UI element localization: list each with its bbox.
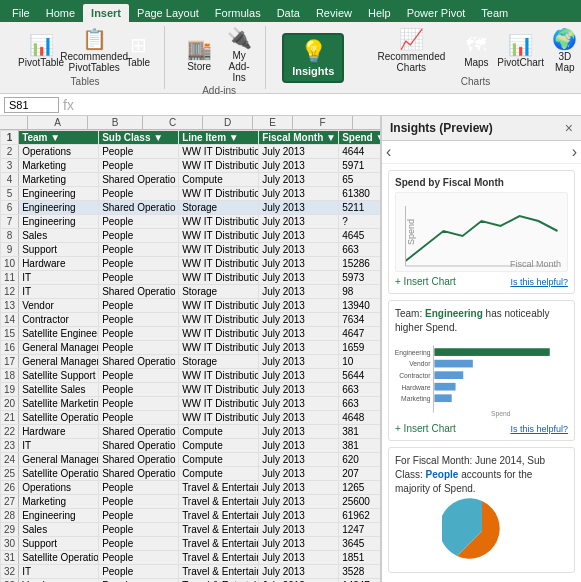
cell-line[interactable]: WW IT Distributions [179,299,259,313]
cell-sub[interactable]: Shared Operatio [99,425,179,439]
cell-spend[interactable]: 3528 [339,565,381,579]
cell-month[interactable]: July 2013 [259,453,339,467]
recommended-charts-button[interactable]: 📈 Recommended Charts [368,27,454,75]
table-row[interactable]: 23 IT Shared Operatio Compute July 2013 … [1,439,382,453]
cell-month[interactable]: July 2013 [259,551,339,565]
table-row[interactable]: 30 Support People Travel & Entertainme J… [1,537,382,551]
cell-line[interactable]: WW IT Distributions [179,397,259,411]
table-row[interactable]: 33 Vendor People Travel & Entertainme Ju… [1,579,382,583]
cell-month[interactable]: July 2013 [259,439,339,453]
cell-team[interactable]: Marketing [19,159,99,173]
cell-month[interactable]: July 2013 [259,271,339,285]
cell-month[interactable]: July 2013 [259,229,339,243]
cell-team[interactable]: Support [19,537,99,551]
cell-spend[interactable]: 4648 [339,411,381,425]
cell-team[interactable]: Satellite Operations [19,551,99,565]
cell-month[interactable]: July 2013 [259,201,339,215]
cell-sub[interactable]: Shared Operatio [99,201,179,215]
cell-month[interactable]: July 2013 [259,341,339,355]
cell-line[interactable]: Compute [179,453,259,467]
cell-team[interactable]: Contractor [19,313,99,327]
cell-sub[interactable]: People [99,159,179,173]
cell-line[interactable]: Storage [179,201,259,215]
table-row[interactable]: 29 Sales People Travel & Entertainme Jul… [1,523,382,537]
cell-line[interactable]: Travel & Entertainme [179,495,259,509]
cell-spend[interactable]: 5644 [339,369,381,383]
cell-team[interactable]: General Management [19,453,99,467]
cell-month[interactable]: July 2013 [259,215,339,229]
cell-sub[interactable]: Shared Operatio [99,439,179,453]
cell-sub[interactable]: People [99,551,179,565]
cell-month[interactable]: July 2013 [259,537,339,551]
cell-spend[interactable]: 5973 [339,271,381,285]
table-row[interactable]: 8 Sales People WW IT Distributions July … [1,229,382,243]
cell-team[interactable]: IT [19,285,99,299]
cell-sub[interactable]: People [99,495,179,509]
table-row[interactable]: 21 Satellite Operations People WW IT Dis… [1,411,382,425]
table-row[interactable]: 14 Contractor People WW IT Distributions… [1,313,382,327]
my-addins-button[interactable]: 🔌 My Add-Ins [221,26,257,85]
cell-month[interactable]: July 2013 [259,285,339,299]
cell-month[interactable]: July 2013 [259,579,339,583]
table-row[interactable]: 20 Satellite Marketing People WW IT Dist… [1,397,382,411]
store-button[interactable]: 🏬 Store [181,37,217,74]
cell-team[interactable]: General Management [19,341,99,355]
cell-month[interactable]: July 2013 [259,187,339,201]
helpful-link-2[interactable]: Is this helpful? [510,424,568,434]
cell-team[interactable]: Sales [19,523,99,537]
cell-sub[interactable]: People [99,369,179,383]
table-row[interactable]: 16 General Management People WW IT Distr… [1,341,382,355]
table-row[interactable]: 24 General Management Shared Operatio Co… [1,453,382,467]
cell-month[interactable]: July 2013 [259,355,339,369]
insights-button[interactable]: 💡 Insights [282,33,344,83]
cell-line[interactable]: Travel & Entertainme [179,509,259,523]
cell-sub[interactable]: People [99,537,179,551]
cell-line[interactable]: Travel & Entertainme [179,551,259,565]
cell-team[interactable]: Satellite Marketing [19,397,99,411]
cell-sub[interactable]: People [99,313,179,327]
tab-formulas[interactable]: Formulas [207,4,269,22]
cell-spend[interactable]: 61962 [339,509,381,523]
tab-team[interactable]: Team [473,4,516,22]
cell-sub[interactable]: People [99,565,179,579]
cell-sub[interactable]: People [99,145,179,159]
cell-line[interactable]: WW IT Distributions [179,257,259,271]
table-row[interactable]: 13 Vendor People WW IT Distributions Jul… [1,299,382,313]
tab-data[interactable]: Data [269,4,308,22]
cell-team[interactable]: Hardware [19,425,99,439]
insert-chart-btn-1[interactable]: + Insert Chart [395,276,456,287]
table-row[interactable]: 2 Operations People WW IT Distributions … [1,145,382,159]
cell-team[interactable]: Satellite Support [19,369,99,383]
cell-spend[interactable]: 1851 [339,551,381,565]
cell-line[interactable]: WW IT Distributions [179,271,259,285]
cell-team[interactable]: Engineering [19,187,99,201]
cell-spend[interactable]: ? [339,215,381,229]
cell-month[interactable]: July 2013 [259,173,339,187]
cell-team[interactable]: Sales [19,229,99,243]
cell-spend[interactable]: 65 [339,173,381,187]
cell-spend[interactable]: 1265 [339,481,381,495]
cell-team[interactable]: Vendor [19,579,99,583]
formula-input[interactable] [78,99,577,111]
cell-sub[interactable]: People [99,509,179,523]
cell-team[interactable]: IT [19,439,99,453]
cell-team[interactable]: Satellite Operations [19,467,99,481]
cell-spend[interactable]: 620 [339,453,381,467]
name-box[interactable] [4,97,59,113]
cell-team[interactable]: Engineering [19,215,99,229]
cell-spend[interactable]: 207 [339,467,381,481]
cell-month[interactable]: July 2013 [259,243,339,257]
tab-review[interactable]: Review [308,4,360,22]
table-row[interactable]: 18 Satellite Support People WW IT Distri… [1,369,382,383]
table-row[interactable]: 10 Hardware People WW IT Distributions J… [1,257,382,271]
cell-sub[interactable]: People [99,411,179,425]
cell-team[interactable]: Support [19,243,99,257]
cell-spend[interactable]: 1659 [339,341,381,355]
cell-team[interactable]: General Management [19,355,99,369]
table-row[interactable]: 17 General Management Shared Operatio St… [1,355,382,369]
cell-spend[interactable]: 4644 [339,145,381,159]
cell-spend[interactable]: 61380 [339,187,381,201]
cell-sub[interactable]: Shared Operatio [99,467,179,481]
cell-team[interactable]: Engineering [19,509,99,523]
cell-sub[interactable]: People [99,243,179,257]
